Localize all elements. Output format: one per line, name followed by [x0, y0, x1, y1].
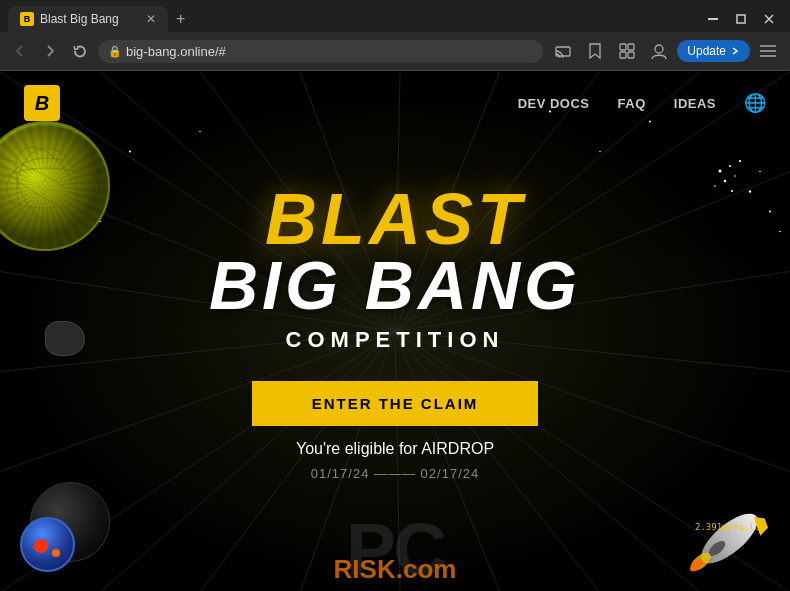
competition-subtitle: COMPETITION	[95, 327, 695, 353]
svg-point-54	[0, 152, 100, 224]
window-controls	[700, 9, 782, 29]
globe-icon[interactable]: 🌐	[744, 92, 766, 114]
speed-text: 2.391m/eq.lu	[695, 522, 760, 532]
svg-rect-8	[628, 52, 634, 58]
nav-faq[interactable]: FAQ	[618, 96, 646, 111]
decorative-ball	[20, 517, 75, 572]
reload-button[interactable]	[68, 39, 92, 63]
svg-rect-7	[620, 52, 626, 58]
ball-spot-2	[52, 549, 60, 557]
svg-rect-1	[737, 15, 745, 23]
title-bar: B Blast Big Bang ✕ +	[0, 0, 790, 32]
svg-point-9	[655, 45, 663, 53]
bookmark-icon[interactable]	[581, 37, 609, 65]
site-nav: B DEV DOCS FAQ IDEAS 🌐	[0, 71, 790, 135]
nav-ideas[interactable]: IDEAS	[674, 96, 716, 111]
tab-title: Blast Big Bang	[40, 12, 119, 26]
svg-point-59	[734, 175, 736, 177]
big-bang-title: BIG BANG	[95, 251, 695, 319]
browser-tab[interactable]: B Blast Big Bang ✕	[8, 6, 168, 32]
svg-point-61	[714, 185, 716, 187]
lock-icon: 🔒	[108, 45, 122, 58]
maximize-button[interactable]	[728, 9, 754, 29]
nav-right-icons: Update	[549, 37, 782, 65]
browser-chrome: B Blast Big Bang ✕ +	[0, 0, 790, 71]
airdrop-message: You're eligible for AIRDROP	[95, 440, 695, 458]
blast-title: BLAST	[95, 183, 695, 255]
nav-bar: 🔒 big-bang.online/# Update	[0, 32, 790, 70]
minimize-button[interactable]	[700, 9, 726, 29]
svg-point-51	[0, 168, 97, 208]
nav-links: DEV DOCS FAQ IDEAS 🌐	[518, 92, 766, 114]
menu-icon[interactable]	[754, 37, 782, 65]
new-tab-button[interactable]: +	[168, 10, 193, 28]
svg-point-62	[731, 190, 733, 192]
svg-point-58	[724, 180, 726, 182]
svg-point-56	[719, 170, 722, 173]
main-content: BLAST BIG BANG COMPETITION ENTER THE CLA…	[95, 183, 695, 481]
close-button[interactable]	[756, 9, 782, 29]
profile-icon[interactable]	[645, 37, 673, 65]
svg-point-55	[3, 137, 91, 240]
address-bar[interactable]: 🔒 big-bang.online/#	[98, 40, 543, 63]
claim-button[interactable]: ENTER THE CLAIM	[252, 381, 539, 426]
speed-indicator: 2.391m/eq.lu	[695, 522, 760, 532]
extensions-icon[interactable]	[613, 37, 641, 65]
svg-rect-6	[628, 44, 634, 50]
watermark-risk-text: RISK.com	[334, 554, 457, 585]
url-text: big-bang.online/#	[126, 44, 533, 59]
asteroid-decoration	[45, 321, 85, 356]
ball-spot-1	[34, 539, 48, 553]
tab-close-button[interactable]: ✕	[146, 12, 156, 26]
svg-point-60	[739, 160, 741, 162]
svg-point-53	[17, 148, 77, 228]
website-content: B DEV DOCS FAQ IDEAS 🌐 BLAST BIG BANG CO…	[0, 71, 790, 591]
back-button[interactable]	[8, 39, 32, 63]
update-button[interactable]: Update	[677, 40, 750, 62]
svg-rect-5	[620, 44, 626, 50]
svg-point-57	[729, 165, 731, 167]
watermark: PC RISK.com	[346, 512, 444, 587]
svg-point-52	[7, 158, 87, 218]
forward-button[interactable]	[38, 39, 62, 63]
site-logo[interactable]: B	[24, 85, 60, 121]
tab-favicon: B	[20, 12, 34, 26]
date-range: 01/17/24 ——— 02/17/24	[95, 466, 695, 481]
svg-rect-0	[708, 18, 718, 20]
nav-dev-docs[interactable]: DEV DOCS	[518, 96, 590, 111]
cast-icon[interactable]	[549, 37, 577, 65]
